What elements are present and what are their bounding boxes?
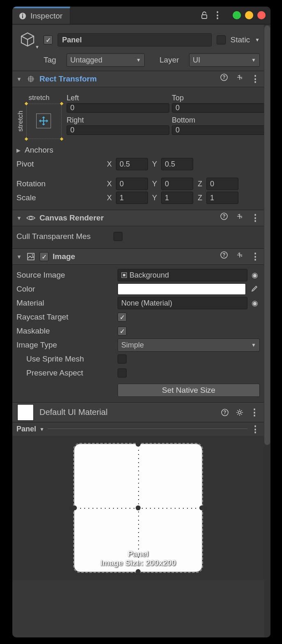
inspector-window: Inspector ⋮ ▼ ✓ xyxy=(12,7,270,637)
object-picker-icon[interactable]: ◉ xyxy=(250,299,260,308)
left-input[interactable] xyxy=(67,103,169,113)
preset-icon[interactable] xyxy=(235,74,244,84)
bottom-label: Bottom xyxy=(172,116,270,125)
color-field[interactable] xyxy=(118,283,246,295)
svg-point-11 xyxy=(32,254,33,255)
preview-name: Panel xyxy=(16,425,36,433)
color-label: Color xyxy=(16,285,115,294)
raycast-checkbox[interactable]: ✓ xyxy=(118,313,127,322)
use-sprite-checkbox[interactable] xyxy=(118,354,127,364)
layer-dropdown[interactable]: UI▼ xyxy=(189,53,260,67)
help-icon[interactable]: ? xyxy=(220,251,229,262)
preserve-aspect-checkbox[interactable] xyxy=(118,368,127,378)
anchors-foldout[interactable]: ▶ xyxy=(16,147,22,153)
preset-icon[interactable] xyxy=(235,213,244,223)
traffic-green[interactable] xyxy=(233,11,241,19)
gameobject-icon[interactable]: ▼ xyxy=(16,30,39,49)
traffic-red[interactable] xyxy=(257,11,266,19)
preview-area: Panel Image Size: 200x200 xyxy=(12,436,264,580)
object-picker-icon[interactable]: ◉ xyxy=(250,271,260,280)
sprite-icon xyxy=(121,272,127,278)
titlebar: Inspector ⋮ xyxy=(12,7,270,25)
preview-caret[interactable]: ▼ xyxy=(39,426,44,432)
rot-y-input[interactable] xyxy=(161,178,193,190)
right-input[interactable] xyxy=(67,125,169,135)
rot-z-input[interactable] xyxy=(206,178,238,190)
tag-dropdown[interactable]: Untagged▼ xyxy=(67,53,145,67)
material-label: Material xyxy=(16,299,115,308)
help-icon[interactable]: ? xyxy=(220,213,229,223)
rect-transform-title: Rect Transform xyxy=(39,74,215,83)
static-checkbox[interactable] xyxy=(217,35,226,44)
pivot-y-input[interactable] xyxy=(161,158,193,170)
anchors-label: Anchors xyxy=(25,146,53,155)
preset-icon[interactable] xyxy=(235,251,244,262)
image-type-value: Simple xyxy=(121,341,144,350)
material-header[interactable]: Default UI Material ? ⋮ xyxy=(12,402,264,422)
scale-z-input[interactable] xyxy=(206,192,238,204)
source-image-field[interactable]: Background xyxy=(118,269,247,281)
raycast-label: Raycast Target xyxy=(16,313,115,322)
use-sprite-label: Use Sprite Mesh xyxy=(26,354,115,364)
image-icon xyxy=(26,253,35,261)
enabled-checkbox[interactable]: ✓ xyxy=(44,35,53,44)
canvas-renderer-icon xyxy=(26,215,35,221)
rot-x-input[interactable] xyxy=(116,178,148,190)
material-title: Default UI Material xyxy=(39,408,215,417)
tag-value: Untagged xyxy=(70,56,102,65)
set-native-size-button[interactable]: Set Native Size xyxy=(118,384,260,397)
image-enabled-checkbox[interactable]: ✓ xyxy=(39,252,49,261)
layer-value: UI xyxy=(193,56,200,65)
anchor-preset-button[interactable] xyxy=(26,104,62,139)
scale-y-input[interactable] xyxy=(161,192,193,204)
help-icon[interactable]: ? xyxy=(220,409,229,416)
scale-x-input[interactable] xyxy=(116,192,148,204)
svg-text:?: ? xyxy=(223,410,226,415)
preview-image: Panel Image Size: 200x200 xyxy=(74,444,202,572)
image-header[interactable]: ▼ ✓ Image ? ⋮ xyxy=(12,248,264,265)
kebab-icon[interactable]: ⋮ xyxy=(250,407,259,418)
eyedropper-icon[interactable] xyxy=(248,283,260,295)
material-field[interactable]: None (Material) xyxy=(118,297,247,309)
foldout-icon[interactable]: ▼ xyxy=(16,215,22,221)
kebab-icon[interactable]: ⋮ xyxy=(251,74,260,84)
preview-bar[interactable]: Panel ▼ ⋮ xyxy=(12,422,264,436)
inspector-tab[interactable]: Inspector xyxy=(12,7,70,24)
rect-transform-header[interactable]: ▼ Rect Transform ? ⋮ xyxy=(12,71,264,87)
svg-rect-15 xyxy=(123,274,125,276)
tag-label: Tag xyxy=(44,56,62,65)
bottom-input[interactable] xyxy=(172,125,270,135)
help-icon[interactable]: ? xyxy=(220,74,229,84)
image-body: Source Image Background ◉ Color Material… xyxy=(12,265,264,402)
image-type-dropdown[interactable]: Simple▼ xyxy=(118,338,260,352)
pivot-x-input[interactable] xyxy=(116,158,148,170)
top-input[interactable] xyxy=(172,103,270,113)
kebab-icon[interactable]: ⋮ xyxy=(213,10,222,21)
traffic-yellow[interactable] xyxy=(245,11,253,19)
material-swatch xyxy=(17,404,34,421)
maskable-checkbox[interactable]: ✓ xyxy=(118,327,127,336)
cull-checkbox[interactable] xyxy=(113,232,123,241)
gear-icon[interactable] xyxy=(235,409,244,416)
y-label: Y xyxy=(150,160,159,169)
canvas-renderer-header[interactable]: ▼ Canvas Renderer ? ⋮ xyxy=(12,210,264,226)
kebab-icon[interactable]: ⋮ xyxy=(251,424,260,435)
anchor-v-label: stretch xyxy=(16,111,25,132)
canvas-renderer-title: Canvas Renderer xyxy=(39,213,215,222)
rect-transform-icon xyxy=(26,75,35,83)
canvas-renderer-body: Cull Transparent Mes xyxy=(12,226,264,248)
scrollbar[interactable] xyxy=(264,25,270,637)
kebab-icon[interactable]: ⋮ xyxy=(251,251,260,262)
name-input[interactable] xyxy=(58,33,212,46)
kebab-icon[interactable]: ⋮ xyxy=(251,213,260,223)
maskable-label: Maskable xyxy=(16,327,115,336)
svg-rect-1 xyxy=(22,15,23,18)
foldout-icon[interactable]: ▼ xyxy=(16,76,22,82)
foldout-icon[interactable]: ▼ xyxy=(16,254,22,260)
cull-label: Cull Transparent Mes xyxy=(16,232,111,241)
preview-divider xyxy=(48,429,247,430)
static-caret[interactable]: ▼ xyxy=(255,37,260,43)
info-icon xyxy=(18,12,27,20)
tab-title: Inspector xyxy=(30,12,62,21)
lock-icon[interactable] xyxy=(200,12,209,19)
